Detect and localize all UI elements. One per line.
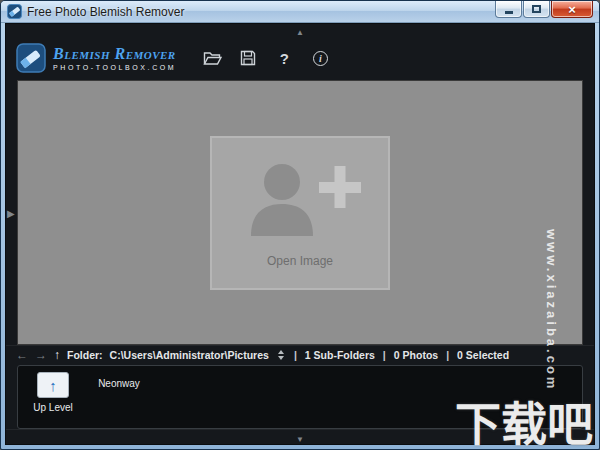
back-arrow-icon[interactable]: ←: [16, 349, 28, 361]
top-panel-strip: ▲: [6, 24, 594, 36]
separator: |: [383, 349, 386, 361]
bottom-panel-strip: ▼: [6, 429, 594, 444]
collapse-bottom-toggle[interactable]: ▼: [296, 435, 304, 444]
subfolder-count: 1 Sub-Folders: [305, 349, 375, 361]
minimize-icon: [505, 11, 513, 14]
logo-subtitle: PHOTO-TOOLBOX.COM: [53, 64, 176, 71]
open-image-button[interactable]: Open Image: [210, 136, 390, 290]
help-button[interactable]: ?: [274, 48, 294, 68]
maximize-icon: [532, 5, 541, 13]
thumbnail-browser: ↑ Up Level Neonway: [17, 365, 583, 429]
minimize-button[interactable]: [495, 1, 522, 18]
save-button[interactable]: [238, 48, 258, 68]
close-button[interactable]: ×: [551, 1, 593, 18]
open-folder-button[interactable]: [202, 48, 222, 68]
maximize-button[interactable]: [523, 1, 550, 18]
save-icon: [240, 50, 256, 66]
folder-path[interactable]: C:\Users\Administrator\Pictures: [110, 349, 269, 361]
window-controls: ×: [495, 1, 593, 18]
add-photo-icon: [237, 158, 363, 244]
window-title: Free Photo Blemish Remover: [27, 5, 184, 19]
thumb-label: Up Level: [33, 402, 72, 413]
app-window: Free Photo Blemish Remover × ▲: [0, 0, 600, 450]
header: Blemish Remover PHOTO-TOOLBOX.COM: [6, 36, 594, 80]
separator: |: [294, 349, 297, 361]
app-content: ▲ Blemish Remover PHOTO-TOOLBOX.COM: [6, 24, 594, 444]
photo-count: 0 Photos: [394, 349, 438, 361]
app-icon: [7, 4, 22, 19]
expand-left-panel-toggle[interactable]: ▶: [7, 207, 15, 218]
blemish-remover-logo-icon: [16, 43, 46, 73]
up-level-arrow-icon[interactable]: ↑: [54, 349, 60, 361]
help-icon: ?: [280, 50, 289, 67]
logo-title: Blemish Remover: [53, 46, 176, 62]
titlebar[interactable]: Free Photo Blemish Remover ×: [1, 1, 599, 23]
browser-item-up-level[interactable]: ↑ Up Level: [26, 372, 80, 413]
forward-arrow-icon[interactable]: →: [35, 349, 47, 361]
logo-text: Blemish Remover PHOTO-TOOLBOX.COM: [53, 46, 176, 71]
folder-label: Folder:: [67, 349, 103, 361]
selected-count: 0 Selected: [457, 349, 509, 361]
image-canvas: Open Image: [17, 80, 583, 345]
logo: Blemish Remover PHOTO-TOOLBOX.COM: [16, 43, 176, 73]
info-icon: i: [313, 51, 328, 66]
open-folder-icon: [203, 51, 222, 66]
toolbar: ? i: [202, 48, 330, 68]
folder-bar: ← → ↑ Folder: C:\Users\Administrator\Pic…: [6, 345, 594, 363]
open-image-label: Open Image: [267, 254, 333, 268]
up-level-icon: ↑: [37, 372, 69, 398]
thumb-label: Neonway: [98, 378, 140, 389]
about-button[interactable]: i: [310, 48, 330, 68]
spinner-up-icon: [278, 350, 284, 354]
spinner-down-icon: [278, 356, 284, 360]
separator: |: [446, 349, 449, 361]
folder-dropdown-spinner[interactable]: [278, 350, 284, 360]
close-icon: ×: [568, 2, 576, 17]
canvas-row: ▶ Open Image: [6, 80, 594, 345]
browser-item-neonway[interactable]: Neonway: [92, 372, 146, 389]
app-frame: ▲ Blemish Remover PHOTO-TOOLBOX.COM: [5, 23, 595, 445]
